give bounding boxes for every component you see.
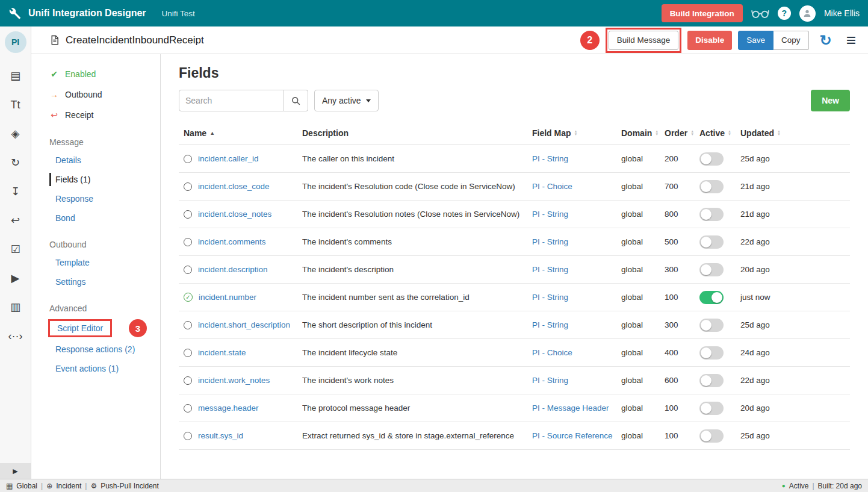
active-toggle[interactable] bbox=[699, 402, 724, 415]
play-icon[interactable]: ▶ bbox=[8, 271, 23, 285]
sidebar-item-details[interactable]: Details bbox=[31, 151, 160, 170]
sidebar-item-template[interactable]: Template bbox=[31, 253, 160, 272]
field-name-link[interactable]: incident.caller_id bbox=[198, 154, 259, 163]
active-toggle[interactable] bbox=[699, 208, 724, 221]
copy-button[interactable]: Copy bbox=[773, 31, 809, 50]
active-cell bbox=[699, 263, 740, 276]
sidebar-item-script-editor[interactable]: Script Editor3 bbox=[31, 317, 160, 340]
active-toggle[interactable] bbox=[699, 374, 724, 387]
download-icon[interactable]: ↧ bbox=[8, 184, 23, 199]
updated-cell: 25d ago bbox=[740, 431, 850, 440]
name-cell: incident.comments bbox=[179, 237, 302, 246]
icon-strip: PI ▤Tt◈↻↧↩☑▶▥‹··› ▶ bbox=[0, 26, 31, 479]
field-map-link[interactable]: PI - String bbox=[532, 320, 621, 329]
sidebar-item-settings[interactable]: Settings bbox=[31, 272, 160, 291]
active-cell bbox=[699, 180, 740, 193]
column-header-description[interactable]: Description bbox=[302, 128, 532, 138]
active-cell bbox=[699, 152, 740, 166]
reply-icon[interactable]: ↩ bbox=[8, 213, 23, 228]
field-name-link[interactable]: incident.short_description bbox=[198, 320, 290, 329]
active-toggle[interactable] bbox=[699, 263, 724, 276]
field-map-link[interactable]: PI - String bbox=[532, 293, 621, 302]
history-icon[interactable]: ↻ bbox=[8, 155, 23, 170]
help-icon[interactable]: ? bbox=[778, 7, 791, 20]
user-avatar[interactable] bbox=[799, 5, 816, 22]
send-icon[interactable]: ◈ bbox=[8, 126, 23, 141]
active-toggle[interactable] bbox=[699, 152, 724, 166]
name-cell: incident.state bbox=[179, 348, 302, 357]
radio-circle-icon[interactable] bbox=[184, 376, 192, 385]
active-filter-dropdown[interactable]: Any active bbox=[314, 90, 379, 111]
active-toggle[interactable] bbox=[699, 235, 724, 249]
active-toggle[interactable] bbox=[699, 429, 724, 443]
sidebar-item-response[interactable]: Response bbox=[31, 189, 160, 208]
radio-circle-icon[interactable] bbox=[184, 321, 192, 329]
field-map-link[interactable]: PI - String bbox=[532, 265, 621, 274]
field-name-link[interactable]: incident.work_notes bbox=[198, 376, 270, 385]
column-header-order[interactable]: Order▲▼ bbox=[665, 128, 699, 138]
field-name-link[interactable]: incident.description bbox=[198, 265, 268, 274]
field-map-link[interactable]: PI - String bbox=[532, 237, 621, 246]
field-name-link[interactable]: message.header bbox=[198, 403, 259, 413]
field-map-link[interactable]: PI - String bbox=[532, 376, 621, 385]
radio-circle-icon[interactable] bbox=[184, 432, 192, 440]
radio-circle-icon[interactable] bbox=[184, 404, 192, 413]
hamburger-menu-icon[interactable]: ≡ bbox=[846, 32, 856, 49]
search-button[interactable] bbox=[284, 90, 308, 111]
field-name-link[interactable]: result.sys_id bbox=[198, 431, 243, 440]
field-map-link[interactable]: PI - String bbox=[532, 154, 621, 163]
field-map-link[interactable]: PI - Source Reference bbox=[532, 431, 621, 440]
name-cell: incident.work_notes bbox=[179, 376, 302, 385]
column-header-updated[interactable]: Updated▲▼ bbox=[740, 128, 850, 138]
sidebar-item-response-actions-2[interactable]: Response actions (2) bbox=[31, 340, 160, 359]
refresh-icon[interactable]: ↻ bbox=[820, 33, 832, 48]
domain-cell: global bbox=[621, 320, 665, 329]
column-header-field-map[interactable]: Field Map▲▼ bbox=[532, 128, 621, 138]
active-toggle[interactable] bbox=[699, 180, 724, 193]
active-toggle[interactable] bbox=[699, 291, 724, 304]
field-name-link[interactable]: incident.state bbox=[198, 348, 246, 357]
chevron-down-icon bbox=[366, 99, 371, 102]
tasks-icon[interactable]: ☑ bbox=[8, 242, 23, 257]
record-header: CreateIncidentInboundReceipt 2 Build Mes… bbox=[31, 26, 868, 54]
field-name-link[interactable]: incident.close_notes bbox=[198, 210, 271, 219]
text-format-icon[interactable]: Tt bbox=[8, 98, 23, 112]
radio-circle-icon[interactable] bbox=[184, 182, 192, 191]
process-avatar[interactable]: PI bbox=[5, 31, 26, 53]
new-button[interactable]: New bbox=[811, 90, 850, 111]
disable-button[interactable]: Disable bbox=[687, 31, 732, 50]
field-name-link[interactable]: incident.comments bbox=[198, 237, 266, 246]
sidebar-item-bond[interactable]: Bond bbox=[31, 208, 160, 228]
column-header-active[interactable]: Active▲▼ bbox=[699, 128, 740, 138]
sidebar-item-event-actions-1[interactable]: Event actions (1) bbox=[31, 359, 160, 378]
build-integration-button[interactable]: Build Integration bbox=[662, 4, 743, 22]
field-name-link[interactable]: incident.number bbox=[199, 293, 256, 302]
preview-glasses-icon[interactable] bbox=[751, 8, 769, 19]
checked-circle-icon[interactable]: ✓ bbox=[184, 293, 193, 302]
field-map-link[interactable]: PI - Choice bbox=[532, 182, 621, 191]
nav-section-advanced: AdvancedScript Editor3Response actions (… bbox=[31, 304, 160, 378]
active-toggle[interactable] bbox=[699, 346, 724, 360]
radio-circle-icon[interactable] bbox=[184, 349, 192, 357]
radio-circle-icon[interactable] bbox=[184, 266, 192, 274]
field-map-link[interactable]: PI - Choice bbox=[532, 348, 621, 357]
active-toggle[interactable] bbox=[699, 319, 724, 332]
sidebar-item-label: Script Editor bbox=[57, 323, 103, 333]
radio-circle-icon[interactable] bbox=[184, 155, 192, 163]
build-message-button[interactable]: Build Message bbox=[609, 31, 679, 50]
column-header-domain[interactable]: Domain▲▼ bbox=[621, 128, 665, 138]
radio-circle-icon[interactable] bbox=[184, 238, 192, 246]
radio-circle-icon[interactable] bbox=[184, 210, 192, 219]
table-row: result.sys_idExtract returned sys_id & s… bbox=[179, 422, 850, 450]
column-header-name[interactable]: Name▲ bbox=[179, 128, 302, 138]
field-name-link[interactable]: incident.close_code bbox=[198, 182, 270, 191]
book-icon[interactable]: ▥ bbox=[8, 300, 23, 314]
document-icon[interactable]: ▤ bbox=[8, 69, 23, 83]
field-map-link[interactable]: PI - Message Header bbox=[532, 403, 621, 413]
sidebar-item-fields-1[interactable]: Fields (1) bbox=[31, 170, 160, 189]
sidebar-collapse-button[interactable]: ▶ bbox=[0, 463, 31, 479]
search-input[interactable] bbox=[179, 90, 284, 111]
save-button[interactable]: Save bbox=[738, 31, 773, 50]
field-map-link[interactable]: PI - String bbox=[532, 210, 621, 219]
code-icon[interactable]: ‹··› bbox=[8, 329, 23, 343]
